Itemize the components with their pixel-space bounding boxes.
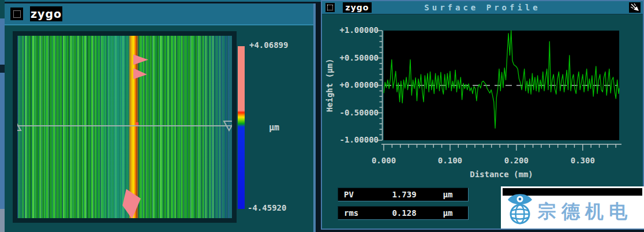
y-tick-label: +1.00000 — [322, 25, 379, 35]
y-tick-label: -0.50000 — [322, 108, 379, 117]
colorbar-unit-label: µm — [269, 122, 279, 133]
profile-plot — [321, 14, 644, 181]
window-menu-icon[interactable] — [10, 8, 23, 20]
surface-profile-titlebar[interactable]: zygo Surface Profile — [322, 1, 643, 14]
pointer-tool-icon[interactable] — [629, 2, 641, 13]
window-title: Surface Profile — [322, 3, 643, 12]
x-tick-label: 0.300 — [571, 156, 595, 165]
height-colorbar — [238, 46, 245, 209]
surface-map-window: zygo +4.06899 µm -4.45920 — [5, 3, 316, 232]
y-tick-label: +0.00000 — [322, 80, 379, 89]
surface-map-frame — [13, 31, 237, 223]
surface-map-image — [17, 36, 232, 218]
y-tick-label: +0.50000 — [322, 53, 379, 62]
pv-readout: PV 1.739 µm — [338, 188, 469, 201]
x-tick-label: 0.000 — [372, 156, 396, 165]
colorbar-max-label: +4.06899 — [249, 40, 288, 50]
watermark-text: 宗德机电 — [538, 199, 632, 224]
rms-value: 0.128 — [381, 208, 428, 218]
rms-unit: µm — [428, 208, 468, 218]
colorbar-min-label: -4.45920 — [248, 203, 286, 212]
surface-map-titlebar[interactable]: zygo — [5, 3, 313, 25]
x-tick-label: 0.100 — [438, 156, 462, 165]
screen: zygo +4.06899 µm -4.45920 zygo — [0, 0, 644, 232]
x-axis-title: Distance (mm) — [470, 170, 533, 179]
background-window-strip — [0, 0, 5, 232]
pv-value: 1.739 — [381, 190, 428, 199]
background-window-edge — [0, 0, 321, 2]
x-tick-label: 0.200 — [504, 156, 529, 165]
profile-slice-line[interactable] — [17, 36, 232, 218]
y-tick-label: -1.00000 — [322, 135, 379, 144]
zygo-logo: zygo — [30, 6, 62, 21]
vendor-watermark: 宗德机电 — [501, 186, 644, 229]
rms-readout: rms 0.128 µm — [338, 206, 469, 220]
surface-profile-chart: Height (µm) Distance (mm) +1.00000+0.500… — [321, 14, 644, 181]
pv-label: PV — [338, 190, 381, 199]
rms-label: rms — [338, 208, 381, 218]
pv-unit: µm — [428, 190, 468, 199]
eye-globe-logo-icon — [506, 190, 534, 226]
